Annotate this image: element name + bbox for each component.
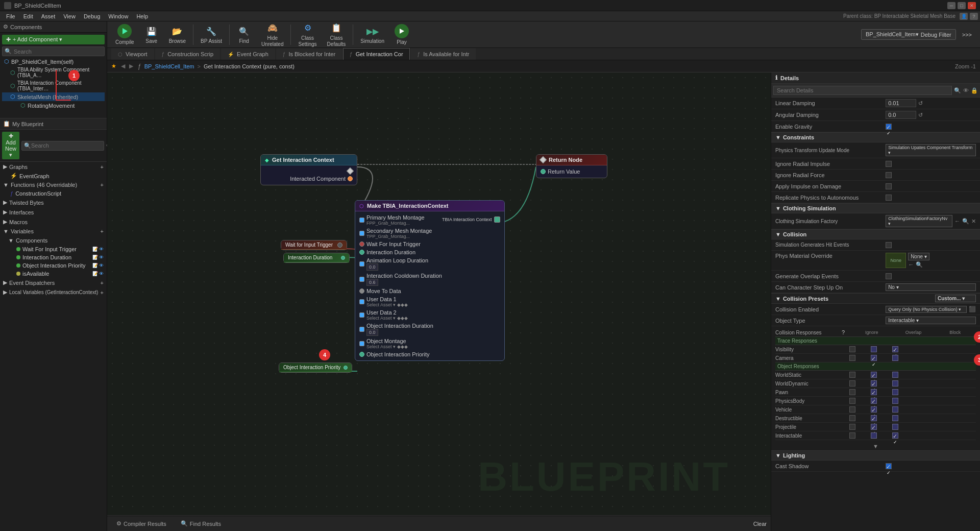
find-button[interactable]: 🔍 Find [233, 23, 255, 46]
collision-enabled-expand[interactable]: ⬛ [969, 306, 976, 312]
component-search-input[interactable] [14, 49, 102, 55]
bp-item-object-priority[interactable]: Object Interaction Priority 📝 👁 [0, 261, 107, 270]
add-variable-icon[interactable]: + [101, 228, 104, 234]
ignore-radial-impulse-checkbox[interactable] [886, 161, 892, 167]
wd-overlap[interactable]: ✓ [871, 380, 877, 387]
add-function-icon[interactable]: + [101, 182, 104, 188]
pb-block[interactable] [892, 398, 898, 404]
bp-cat-graphs[interactable]: ▶ Graphs + [0, 162, 107, 172]
clothing-clear-icon[interactable]: ✕ [971, 218, 976, 225]
menu-view[interactable]: View [59, 11, 80, 21]
visibility-block-cb[interactable]: ✓ [892, 346, 898, 352]
object-type-dropdown[interactable]: Interactable ▾ [886, 317, 976, 324]
comp-item-skeletal-mesh[interactable]: ⬡ SkeletalMesh (Inherited) [2, 92, 105, 101]
visibility-ignore-cb[interactable] [849, 346, 855, 352]
comp-item-rotating[interactable]: ⬡ RotatingMovement [2, 101, 105, 110]
comp-item-tbia-interaction[interactable]: ⬡ TBIA Interaction Component (TBIA_Inter… [2, 79, 105, 92]
tab-get-interaction[interactable]: ƒ Get Interaction Cor [343, 48, 410, 60]
debug-filter[interactable]: BP_ShieldCell_Item▾ Debug Filter [861, 29, 956, 40]
ws-ignore[interactable] [849, 372, 855, 378]
pb-ignore[interactable] [849, 398, 855, 404]
angular-damping-input[interactable] [886, 111, 916, 119]
sim-generates-hit-checkbox[interactable] [886, 242, 892, 248]
pawn-overlap[interactable]: ✓ [871, 389, 877, 395]
bp-assist-button[interactable]: 🔧 BP Assist [197, 23, 226, 46]
details-search-icon[interactable]: 🔍 [954, 87, 961, 94]
compile-button[interactable]: Compile [111, 22, 138, 47]
ia-overlap[interactable] [871, 432, 877, 439]
phys-material-dropdown[interactable]: None ▾ [908, 253, 929, 260]
details-search-input[interactable] [773, 86, 952, 95]
apply-impulse-checkbox[interactable] [886, 183, 892, 189]
ws-block[interactable] [892, 372, 898, 378]
blueprint-search-input[interactable] [31, 142, 102, 149]
linear-damping-input[interactable] [886, 99, 916, 107]
bp-item-is-available[interactable]: isAvailable 📝 👁 [0, 270, 107, 278]
collision-responses-help[interactable]: ? [842, 329, 850, 335]
find-results-tab[interactable]: 🔍 Find Results [176, 518, 226, 529]
proj-overlap[interactable]: ✓ [871, 424, 877, 430]
proj-ignore[interactable] [849, 424, 855, 430]
get-interaction-context-node[interactable]: ◆ Get Interaction Context Interacted Com… [260, 154, 357, 185]
menu-window[interactable]: Window [104, 11, 132, 21]
menu-debug[interactable]: Debug [80, 11, 104, 21]
tab-viewport[interactable]: ⬡ Viewport [111, 48, 154, 60]
generate-overlap-checkbox[interactable] [886, 273, 892, 279]
bp-cat-interfaces[interactable]: ▶ Interfaces [0, 207, 107, 217]
wd-ignore[interactable] [849, 380, 855, 387]
anim-loop-value[interactable]: 0.0 [366, 263, 378, 271]
bp-item-event-graph[interactable]: ⚡ EventGraph [0, 172, 107, 180]
class-defaults-button[interactable]: 📋 ClassDefaults [323, 21, 350, 50]
angular-damping-reset[interactable]: ↺ [918, 112, 923, 118]
profile-button[interactable]: 👤 [960, 13, 968, 20]
maximize-button[interactable]: □ [958, 2, 966, 9]
breadcrumb-forward[interactable]: ▶ [128, 62, 135, 70]
wd-block[interactable] [892, 380, 898, 387]
char-step-up-dropdown[interactable]: No ▾ [886, 283, 976, 291]
details-eye-icon[interactable]: 👁 [963, 87, 969, 93]
replicate-physics-checkbox[interactable] [886, 195, 892, 201]
return-node[interactable]: Return Node Return Value [536, 154, 607, 178]
comp-item-self[interactable]: ⬡ BP_ShieldCell_Item(self) [2, 57, 105, 66]
collision-presets-dropdown[interactable]: Custom... ▾ [935, 295, 976, 302]
bp-item-construction[interactable]: ƒ ConstructionScript [0, 189, 107, 198]
clothing-search-icon[interactable]: 🔍 [962, 218, 969, 225]
d-ignore[interactable] [849, 415, 855, 421]
menu-edit[interactable]: Edit [19, 11, 37, 21]
camera-block-cb[interactable] [892, 355, 898, 361]
tab-event-graph[interactable]: ⚡ Event Graph [221, 48, 275, 60]
linear-damping-reset[interactable]: ↺ [918, 100, 923, 107]
v-overlap[interactable]: ✓ [871, 406, 877, 413]
play-button[interactable]: Play [390, 22, 413, 47]
bp-item-interaction-duration[interactable]: Interaction Duration 📝 👁 [0, 253, 107, 261]
bp-cat-macros[interactable]: ▶ Macros [0, 217, 107, 227]
lighting-divider[interactable]: ▼ Lighting [771, 450, 980, 461]
camera-overlap-cb[interactable]: ✓ [871, 355, 877, 361]
add-component-button[interactable]: ✚ + Add Component ▾ [2, 35, 105, 44]
add-localvar-icon[interactable]: + [101, 289, 104, 296]
bp-cat-dispatchers[interactable]: ▶ Event Dispatchers + [0, 278, 107, 287]
details-lock-icon[interactable]: 🔒 [971, 87, 978, 94]
enable-gravity-checkbox[interactable]: ✓ [886, 124, 892, 130]
v-ignore[interactable] [849, 406, 855, 413]
interaction-duration-node[interactable]: Interaction Duration [283, 253, 350, 263]
clear-button[interactable]: Clear [753, 521, 767, 527]
bp-cat-components[interactable]: ▼ Components [0, 236, 107, 245]
ia-block[interactable]: ✓ [892, 432, 898, 439]
bp-item-wait-trigger[interactable]: Wait For Input Trigger 📝 👁 [0, 245, 107, 253]
comp-item-tbia-ability[interactable]: ⬡ TBIA Ability System Component (TBIA_A… [2, 66, 105, 79]
blueprint-canvas[interactable]: BLUEPRINT [107, 73, 771, 531]
bp-cat-localvars[interactable]: ▶ Local Variables (GetInteractionContext… [0, 287, 107, 297]
menu-file[interactable]: File [2, 11, 19, 21]
bp-cat-twisted[interactable]: ▶ Twisted Bytes [0, 198, 107, 207]
collision-enabled-dropdown[interactable]: Query Only (No Physics Collision) ▾ [886, 306, 967, 313]
cast-shadow-checkbox[interactable]: ✓ [886, 463, 892, 469]
breadcrumb-root[interactable]: BP_ShieldCell_Item [144, 63, 194, 69]
physics-transform-dropdown[interactable]: Simulation Upates Component Transform ▾ [886, 144, 976, 156]
pawn-block[interactable] [892, 389, 898, 395]
bp-cat-variables[interactable]: ▼ Variables + [0, 227, 107, 236]
d-overlap[interactable]: ✓ [871, 415, 877, 421]
menu-asset[interactable]: Asset [37, 11, 60, 21]
obj-int-dur-value[interactable]: 0.0 [366, 329, 378, 336]
clothing-factory-dropdown[interactable]: ClothingSimulationFactoryNv ▾ [886, 215, 952, 227]
